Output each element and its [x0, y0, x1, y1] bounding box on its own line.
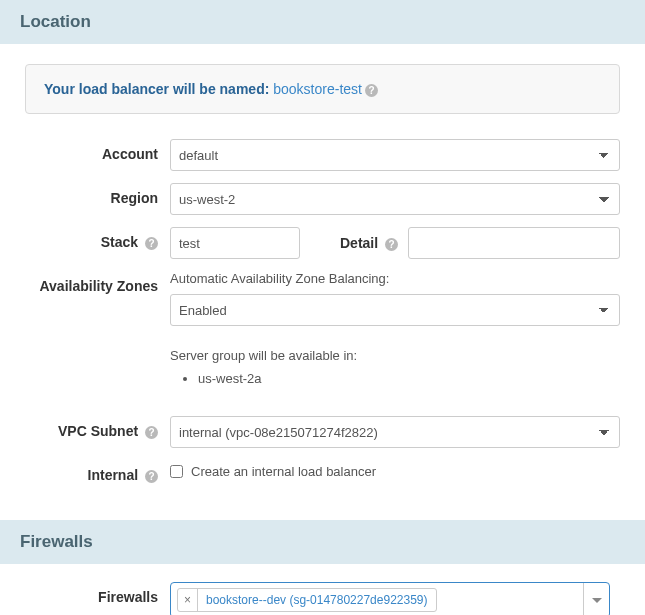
help-icon[interactable]: ? [145, 426, 158, 439]
section-header-location: Location [0, 0, 645, 44]
label-vpc-subnet: VPC Subnet ? [25, 416, 170, 439]
zone-list: us-west-2a [170, 371, 620, 386]
firewall-chip: × bookstore--dev (sg-014780227de922359) [177, 588, 437, 612]
section-header-firewalls: Firewalls [0, 520, 645, 564]
label-region: Region [25, 183, 170, 206]
firewalls-multiselect[interactable]: × bookstore--dev (sg-014780227de922359) [170, 582, 610, 615]
vpc-subnet-select[interactable]: internal (vpc-08e215071274f2822) [170, 416, 620, 448]
label-detail: Detail ? [310, 235, 398, 251]
callout-prefix: Your load balancer will be named: [44, 81, 269, 97]
chip-remove-icon[interactable]: × [178, 589, 198, 611]
label-stack: Stack ? [25, 227, 170, 250]
help-icon[interactable]: ? [385, 238, 398, 251]
help-icon[interactable]: ? [365, 84, 378, 97]
label-internal: Internal ? [25, 460, 170, 483]
az-mode-select[interactable]: Enabled [170, 294, 620, 326]
chevron-down-icon[interactable] [583, 583, 609, 615]
stack-input[interactable] [170, 227, 300, 259]
detail-input[interactable] [408, 227, 620, 259]
server-group-note: Server group will be available in: [170, 348, 620, 363]
account-select[interactable]: default [170, 139, 620, 171]
lb-name-callout: Your load balancer will be named: bookst… [25, 64, 620, 114]
firewalls-panel: Firewalls × bookstore--dev (sg-014780227… [0, 564, 645, 615]
internal-checkbox-label: Create an internal load balancer [191, 464, 376, 479]
label-firewalls: Firewalls [25, 582, 170, 605]
label-availability-zones: Availability Zones [25, 271, 170, 294]
chip-label: bookstore--dev (sg-014780227de922359) [198, 593, 436, 607]
az-mode-label: Automatic Availability Zone Balancing: [170, 271, 620, 286]
internal-checkbox[interactable] [170, 465, 183, 478]
region-select[interactable]: us-west-2 [170, 183, 620, 215]
zone-item: us-west-2a [198, 371, 620, 386]
label-account: Account [25, 139, 170, 162]
lb-name-value: bookstore-test [273, 81, 362, 97]
help-icon[interactable]: ? [145, 237, 158, 250]
help-icon[interactable]: ? [145, 470, 158, 483]
location-panel: Your load balancer will be named: bookst… [0, 44, 645, 520]
